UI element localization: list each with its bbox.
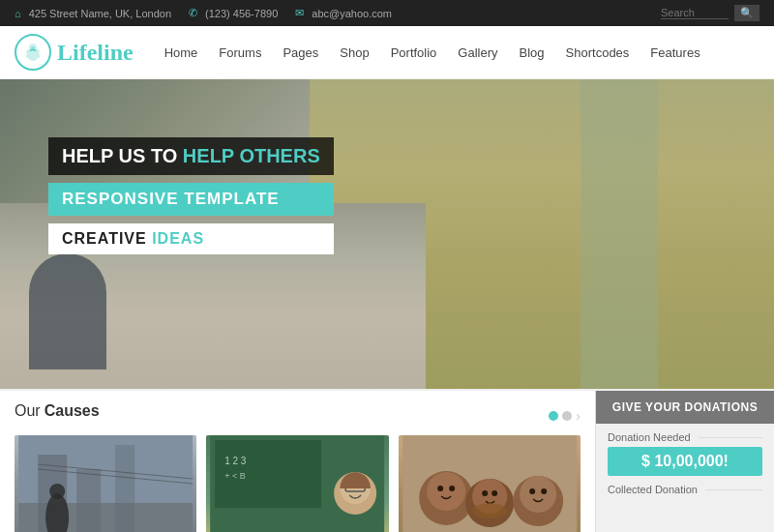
nav-home[interactable]: Home (163, 42, 200, 64)
bottom-section: Our Causes › (0, 389, 774, 532)
phone-text: (123) 456-7890 (205, 8, 278, 19)
donate-line-1 (699, 437, 762, 438)
cause-card-3[interactable] (399, 435, 580, 532)
donate-section: GIVE YOUR DONATIONS Donation Needed $ 10… (595, 391, 774, 532)
causes-next-dot[interactable] (562, 411, 572, 421)
hero-tagline2-bold: CREATIVE (62, 230, 147, 247)
hero-tagline1-rest: TEMPLATE (179, 190, 280, 208)
donate-line-2 (705, 489, 762, 490)
causes-title: Our Causes (15, 402, 100, 420)
hero-headline-accent: HELP OTHERS (183, 145, 320, 166)
svg-point-27 (491, 490, 497, 496)
nav-pages[interactable]: Pages (281, 42, 320, 64)
nav-shortcodes[interactable]: Shortcodes (564, 42, 632, 64)
svg-rect-4 (76, 469, 101, 532)
donate-amount: $ 10,00,000! (608, 447, 762, 476)
nav-portfolio[interactable]: Portfolio (389, 42, 439, 64)
hero-tagline2-accent: IDEAS (147, 230, 204, 247)
main-nav: Home Forums Pages Shop Portfolio Gallery… (163, 42, 702, 64)
search-input[interactable] (661, 7, 729, 19)
svg-point-0 (31, 46, 35, 50)
hero-section: HELP US TO HELP OTHERS RESPONSIVE TEMPLA… (0, 79, 774, 389)
donation-needed-label: Donation Needed (608, 431, 762, 443)
top-bar: ⌂ 425 Street Name, UK, London ✆ (123) 45… (0, 0, 774, 26)
logo-icon (15, 34, 51, 71)
hero-tagline1: RESPONSIVE TEMPLATE (48, 183, 334, 216)
cause-card-2-art: 1 2 3 + < B (206, 435, 388, 532)
svg-point-29 (541, 488, 547, 494)
causes-section: Our Causes › (0, 391, 595, 532)
nav-shop[interactable]: Shop (338, 42, 371, 64)
svg-point-19 (427, 472, 465, 511)
email-icon: ✉ (295, 7, 304, 19)
causes-title-bold: Causes (45, 402, 100, 420)
causes-header: Our Causes › (15, 402, 580, 429)
hero-content: HELP US TO HELP OTHERS RESPONSIVE TEMPLA… (48, 137, 334, 254)
hero-headline-prefix: HELP US TO (62, 145, 183, 166)
svg-text:+ < B: + < B (224, 471, 246, 481)
donate-collected-label: Collected Donation (608, 484, 762, 495)
causes-title-regular: Our (15, 402, 41, 420)
phone-info: ✆ (123) 456-7890 (189, 7, 278, 19)
causes-next-arrow[interactable]: › (576, 408, 580, 424)
hero-tagline2: CREATIVE IDEAS (48, 223, 334, 254)
donate-body: Donation Needed $ 10,00,000! Collected D… (596, 424, 774, 503)
svg-point-28 (529, 488, 535, 494)
causes-grid: 1 2 3 + < B (15, 435, 580, 532)
causes-prev-dot[interactable] (549, 411, 558, 421)
header: Lifeline Home Forums Pages Shop Portfoli… (0, 26, 774, 79)
email-info: ✉ abc@yahoo.com (295, 7, 392, 19)
nav-features[interactable]: Features (648, 42, 701, 64)
address-text: 425 Street Name, UK, London (29, 8, 171, 19)
cause-card-1[interactable] (15, 435, 196, 532)
address-info: ⌂ 425 Street Name, UK, London (15, 8, 171, 19)
svg-point-26 (482, 490, 488, 496)
phone-icon: ✆ (189, 7, 197, 19)
causes-controls: › (549, 408, 580, 424)
svg-point-25 (449, 486, 455, 491)
donate-header: GIVE YOUR DONATIONS (596, 391, 774, 424)
logo-text: Lifeline (57, 40, 134, 66)
home-icon: ⌂ (15, 8, 21, 19)
nav-gallery[interactable]: Gallery (456, 42, 499, 64)
svg-point-24 (437, 486, 443, 491)
svg-point-23 (520, 476, 556, 513)
email-text: abc@yahoo.com (312, 8, 392, 19)
hero-tagline1-bold: RESPONSIVE (62, 190, 179, 208)
svg-text:1 2 3: 1 2 3 (224, 456, 247, 466)
cause-card-1-art (15, 435, 196, 532)
svg-point-9 (49, 484, 65, 499)
search-button[interactable]: 🔍 (734, 5, 759, 21)
nav-blog[interactable]: Blog (518, 42, 547, 64)
nav-forums[interactable]: Forums (217, 42, 263, 64)
hero-figure (29, 253, 106, 369)
svg-rect-5 (115, 445, 134, 532)
cause-card-2[interactable]: 1 2 3 + < B (206, 435, 388, 532)
svg-point-30 (472, 503, 507, 518)
cause-card-3-art (399, 435, 580, 532)
hero-headline: HELP US TO HELP OTHERS (48, 137, 334, 175)
logo: Lifeline (15, 34, 134, 71)
